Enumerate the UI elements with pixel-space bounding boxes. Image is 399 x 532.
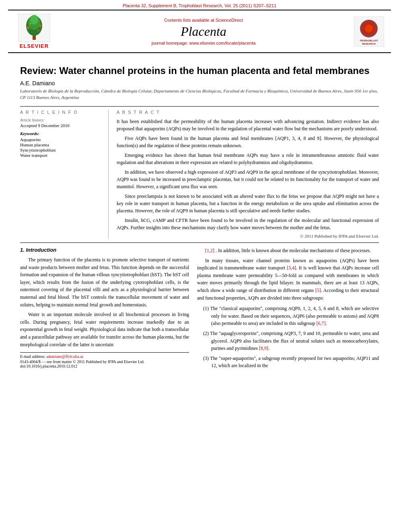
footnote-area: E-mail address: adamiano@ffyb.uba.ar. 01… xyxy=(20,352,189,368)
email-label: E-mail address: xyxy=(20,354,45,359)
main-content-section: 1. Introduction The primary function of … xyxy=(20,247,379,373)
svg-point-6 xyxy=(39,25,41,27)
abstract-para-6: Insulin, hCG, cAMP and CFTR have been fo… xyxy=(117,217,379,231)
accepted-date: Accepted 9 December 2010 xyxy=(20,123,102,128)
article-info-label: A R T I C L E I N F O xyxy=(20,110,102,115)
list-item-1: (1) The "classical aquaporins", comprisi… xyxy=(203,305,379,327)
intro-cont-text: . In addition, little is known about the… xyxy=(216,248,371,253)
ref-5: [5] xyxy=(315,288,321,293)
sciencedirect-link: Contents lists available at ScienceDirec… xyxy=(60,18,347,23)
article-author: A.E. Damiano xyxy=(20,80,379,86)
section-divider xyxy=(20,242,379,243)
keyword-aquaporins: Aquaporins xyxy=(20,137,102,142)
article-info-abstract-section: A R T I C L E I N F O Article history: A… xyxy=(20,106,379,238)
svg-text:RESEARCH: RESEARCH xyxy=(362,43,376,45)
abstract-text: It has been established that the permeab… xyxy=(117,118,379,231)
list-item-3: (3) The "super-aquaporins", a subgroup r… xyxy=(203,355,379,370)
abstract-para-4: In addition, we have observed a high exp… xyxy=(117,168,379,190)
elsevier-tree-icon xyxy=(18,14,50,42)
ref-links-1: [1,2] xyxy=(205,248,214,253)
page-wrapper: Placenta 32, Supplement B, Trophoblast R… xyxy=(0,0,399,532)
introduction-body: The primary function of the placenta is … xyxy=(20,256,189,348)
svg-point-8 xyxy=(37,30,39,31)
abstract-label: A B S T R A C T xyxy=(117,110,379,115)
keywords-label: Keywords: xyxy=(20,131,102,136)
journal-reference: Placenta 32, Supplement B, Trophoblast R… xyxy=(0,0,399,10)
journal-title: Placenta xyxy=(60,24,347,39)
abstract-para-1: It has been established that the permeab… xyxy=(117,118,379,132)
history-label: Article history: xyxy=(20,118,102,122)
list-item-2: (2) The "aquaglyceroporins", comprising … xyxy=(203,330,379,352)
intro-para-1: The primary function of the placenta is … xyxy=(20,256,189,308)
svg-point-5 xyxy=(27,27,29,29)
keyword-water-transport: Water transport xyxy=(20,153,102,158)
abstract-para-2: Five AQPs have been found in the human p… xyxy=(117,135,379,149)
email-value[interactable]: adamiano@ffyb.uba.ar. xyxy=(46,354,84,359)
elsevier-logo: ELSEVIER xyxy=(12,14,56,49)
trophoblast-badge-icon: TROPHOBLAST RESEARCH xyxy=(354,16,384,47)
svg-text:TROPHOBLAST: TROPHOBLAST xyxy=(360,39,378,42)
journal-homepage: journal homepage: www.elsevier.com/locat… xyxy=(60,41,347,45)
right-column: [1,2] . In addition, little is known abo… xyxy=(197,247,379,373)
introduction-heading: 1. Introduction xyxy=(20,247,189,253)
left-column: 1. Introduction The primary function of … xyxy=(20,247,189,373)
svg-point-12 xyxy=(365,25,373,33)
elsevier-label: ELSEVIER xyxy=(20,43,49,49)
issn-line: 0143-4004/$ — see front matter © 2011 Pu… xyxy=(20,359,189,364)
journal-ref-text: Placenta 32, Supplement B, Trophoblast R… xyxy=(123,3,276,8)
right-col-intro-cont: [1,2] . In addition, little is known abo… xyxy=(197,247,379,302)
intro-para-2: Water is an important molecule involved … xyxy=(20,311,189,348)
article-title: Review: Water channel proteins in the hu… xyxy=(20,64,379,77)
abstract-column: A B S T R A C T It has been established … xyxy=(117,110,379,238)
svg-point-7 xyxy=(29,23,31,25)
abstract-para-3: Emerging evidence has shown that human f… xyxy=(117,152,379,166)
article-body: Review: Water channel proteins in the hu… xyxy=(0,53,399,381)
doi-line: doi:10.1016/j.placenta.2010.12.012 xyxy=(20,364,189,368)
ref-8-9: [8,9] xyxy=(259,345,268,351)
journal-center-header: Contents lists available at ScienceDirec… xyxy=(56,18,351,45)
right-para-2: In many tissues, water channel proteins … xyxy=(197,257,379,302)
keyword-human-placenta: Human placenta xyxy=(20,142,102,147)
article-info-column: A R T I C L E I N F O Article history: A… xyxy=(20,110,109,238)
keyword-syncytiotrophoblast: Syncytiotrophoblast xyxy=(20,148,102,152)
abstract-para-5: Since preeclampsia is not known to be as… xyxy=(117,193,379,214)
email-footnote: E-mail address: adamiano@ffyb.uba.ar. xyxy=(20,354,189,359)
journal-header: ELSEVIER Contents lists available at Sci… xyxy=(8,10,391,53)
copyright-line: © 2011 Published by IFPA and Elsevier Lt… xyxy=(117,234,379,238)
ref-6-7: [6,7] xyxy=(317,320,326,326)
contents-text: Contents lists available at xyxy=(164,18,214,23)
aqp-subgroups-list: (1) The "classical aquaporins", comprisi… xyxy=(197,305,379,370)
trophoblast-logo: TROPHOBLAST RESEARCH xyxy=(351,16,387,47)
right-intro-para: [1,2] . In addition, little is known abo… xyxy=(197,247,379,255)
article-affiliation: Laboratorio de Biología de la Reproducci… xyxy=(20,88,379,101)
sciencedirect-label: ScienceDirect xyxy=(216,18,243,23)
ref-3-4: [3,4] xyxy=(287,265,296,271)
svg-point-4 xyxy=(30,15,38,25)
